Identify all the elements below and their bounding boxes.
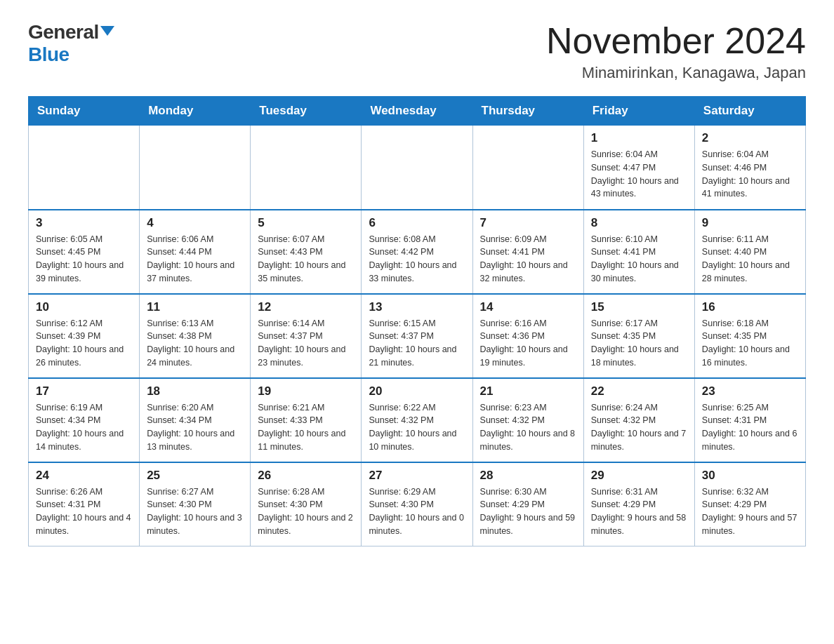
- week-row-4: 17Sunrise: 6:19 AMSunset: 4:34 PMDayligh…: [29, 378, 806, 462]
- day-info: Sunrise: 6:28 AMSunset: 4:30 PMDaylight:…: [258, 485, 354, 538]
- calendar-cell: 8Sunrise: 6:10 AMSunset: 4:41 PMDaylight…: [583, 210, 694, 294]
- calendar-cell: 9Sunrise: 6:11 AMSunset: 4:40 PMDaylight…: [694, 210, 805, 294]
- day-info: Sunrise: 6:17 AMSunset: 4:35 PMDaylight:…: [591, 317, 687, 370]
- calendar-cell: 11Sunrise: 6:13 AMSunset: 4:38 PMDayligh…: [140, 294, 251, 378]
- day-info: Sunrise: 6:31 AMSunset: 4:29 PMDaylight:…: [591, 485, 687, 538]
- weekday-header-saturday: Saturday: [694, 97, 805, 126]
- week-row-5: 24Sunrise: 6:26 AMSunset: 4:31 PMDayligh…: [29, 462, 806, 546]
- calendar-cell: 29Sunrise: 6:31 AMSunset: 4:29 PMDayligh…: [583, 462, 694, 546]
- calendar-cell: [29, 126, 140, 210]
- day-info: Sunrise: 6:25 AMSunset: 4:31 PMDaylight:…: [702, 401, 798, 454]
- day-number: 5: [258, 216, 354, 230]
- week-row-2: 3Sunrise: 6:05 AMSunset: 4:45 PMDaylight…: [29, 210, 806, 294]
- calendar-cell: 28Sunrise: 6:30 AMSunset: 4:29 PMDayligh…: [472, 462, 583, 546]
- day-number: 27: [369, 469, 465, 483]
- day-number: 20: [369, 384, 465, 398]
- month-title: November 2024: [546, 21, 806, 61]
- day-number: 15: [591, 300, 687, 314]
- calendar-cell: 23Sunrise: 6:25 AMSunset: 4:31 PMDayligh…: [694, 378, 805, 462]
- day-info: Sunrise: 6:21 AMSunset: 4:33 PMDaylight:…: [258, 401, 354, 454]
- weekday-header-sunday: Sunday: [29, 97, 140, 126]
- day-number: 17: [36, 384, 132, 398]
- day-number: 8: [591, 216, 687, 230]
- day-info: Sunrise: 6:32 AMSunset: 4:29 PMDaylight:…: [702, 485, 798, 538]
- logo: General Blue: [28, 21, 114, 66]
- page-header: General Blue November 2024 Minamirinkan,…: [28, 21, 806, 82]
- calendar-cell: 1Sunrise: 6:04 AMSunset: 4:47 PMDaylight…: [583, 126, 694, 210]
- calendar-cell: [362, 126, 472, 210]
- calendar-cell: 16Sunrise: 6:18 AMSunset: 4:35 PMDayligh…: [694, 294, 805, 378]
- day-info: Sunrise: 6:22 AMSunset: 4:32 PMDaylight:…: [369, 401, 465, 454]
- calendar-cell: 21Sunrise: 6:23 AMSunset: 4:32 PMDayligh…: [472, 378, 583, 462]
- day-number: 22: [591, 384, 687, 398]
- day-number: 12: [258, 300, 354, 314]
- week-row-3: 10Sunrise: 6:12 AMSunset: 4:39 PMDayligh…: [29, 294, 806, 378]
- calendar-cell: 13Sunrise: 6:15 AMSunset: 4:37 PMDayligh…: [362, 294, 472, 378]
- day-number: 6: [369, 216, 465, 230]
- day-number: 19: [258, 384, 354, 398]
- calendar-cell: 15Sunrise: 6:17 AMSunset: 4:35 PMDayligh…: [583, 294, 694, 378]
- day-info: Sunrise: 6:23 AMSunset: 4:32 PMDaylight:…: [480, 401, 576, 454]
- calendar-cell: 27Sunrise: 6:29 AMSunset: 4:30 PMDayligh…: [362, 462, 472, 546]
- day-info: Sunrise: 6:29 AMSunset: 4:30 PMDaylight:…: [369, 485, 465, 538]
- day-number: 3: [36, 216, 132, 230]
- day-number: 29: [591, 469, 687, 483]
- day-number: 9: [702, 216, 798, 230]
- day-number: 1: [591, 131, 687, 145]
- day-info: Sunrise: 6:05 AMSunset: 4:45 PMDaylight:…: [36, 233, 132, 286]
- calendar-cell: [140, 126, 251, 210]
- calendar-cell: [472, 126, 583, 210]
- day-number: 16: [702, 300, 798, 314]
- day-info: Sunrise: 6:14 AMSunset: 4:37 PMDaylight:…: [258, 317, 354, 370]
- calendar-cell: 17Sunrise: 6:19 AMSunset: 4:34 PMDayligh…: [29, 378, 140, 462]
- title-section: November 2024 Minamirinkan, Kanagawa, Ja…: [546, 21, 806, 82]
- weekday-header-row: SundayMondayTuesdayWednesdayThursdayFrid…: [29, 97, 806, 126]
- calendar-cell: 2Sunrise: 6:04 AMSunset: 4:46 PMDaylight…: [694, 126, 805, 210]
- day-info: Sunrise: 6:20 AMSunset: 4:34 PMDaylight:…: [147, 401, 243, 454]
- day-info: Sunrise: 6:04 AMSunset: 4:47 PMDaylight:…: [591, 148, 687, 201]
- logo-blue-text: Blue: [28, 43, 70, 65]
- logo-triangle-icon: [100, 26, 114, 36]
- day-info: Sunrise: 6:26 AMSunset: 4:31 PMDaylight:…: [36, 485, 132, 538]
- calendar-cell: 24Sunrise: 6:26 AMSunset: 4:31 PMDayligh…: [29, 462, 140, 546]
- calendar-cell: 14Sunrise: 6:16 AMSunset: 4:36 PMDayligh…: [472, 294, 583, 378]
- day-info: Sunrise: 6:12 AMSunset: 4:39 PMDaylight:…: [36, 317, 132, 370]
- day-number: 13: [369, 300, 465, 314]
- day-number: 18: [147, 384, 243, 398]
- calendar-cell: 5Sunrise: 6:07 AMSunset: 4:43 PMDaylight…: [251, 210, 362, 294]
- calendar-cell: 4Sunrise: 6:06 AMSunset: 4:44 PMDaylight…: [140, 210, 251, 294]
- calendar-cell: 20Sunrise: 6:22 AMSunset: 4:32 PMDayligh…: [362, 378, 472, 462]
- day-number: 11: [147, 300, 243, 314]
- calendar-cell: 12Sunrise: 6:14 AMSunset: 4:37 PMDayligh…: [251, 294, 362, 378]
- day-number: 14: [480, 300, 576, 314]
- location-text: Minamirinkan, Kanagawa, Japan: [546, 64, 806, 82]
- day-info: Sunrise: 6:11 AMSunset: 4:40 PMDaylight:…: [702, 233, 798, 286]
- day-number: 28: [480, 469, 576, 483]
- day-info: Sunrise: 6:13 AMSunset: 4:38 PMDaylight:…: [147, 317, 243, 370]
- calendar-cell: 6Sunrise: 6:08 AMSunset: 4:42 PMDaylight…: [362, 210, 472, 294]
- day-number: 21: [480, 384, 576, 398]
- day-info: Sunrise: 6:24 AMSunset: 4:32 PMDaylight:…: [591, 401, 687, 454]
- calendar-cell: 10Sunrise: 6:12 AMSunset: 4:39 PMDayligh…: [29, 294, 140, 378]
- day-number: 23: [702, 384, 798, 398]
- day-info: Sunrise: 6:06 AMSunset: 4:44 PMDaylight:…: [147, 233, 243, 286]
- day-number: 2: [702, 131, 798, 145]
- day-info: Sunrise: 6:08 AMSunset: 4:42 PMDaylight:…: [369, 233, 465, 286]
- week-row-1: 1Sunrise: 6:04 AMSunset: 4:47 PMDaylight…: [29, 126, 806, 210]
- weekday-header-monday: Monday: [140, 97, 251, 126]
- calendar-cell: [251, 126, 362, 210]
- weekday-header-thursday: Thursday: [472, 97, 583, 126]
- day-info: Sunrise: 6:09 AMSunset: 4:41 PMDaylight:…: [480, 233, 576, 286]
- day-number: 26: [258, 469, 354, 483]
- calendar-cell: 7Sunrise: 6:09 AMSunset: 4:41 PMDaylight…: [472, 210, 583, 294]
- day-info: Sunrise: 6:16 AMSunset: 4:36 PMDaylight:…: [480, 317, 576, 370]
- day-info: Sunrise: 6:04 AMSunset: 4:46 PMDaylight:…: [702, 148, 798, 201]
- calendar-cell: 30Sunrise: 6:32 AMSunset: 4:29 PMDayligh…: [694, 462, 805, 546]
- day-info: Sunrise: 6:15 AMSunset: 4:37 PMDaylight:…: [369, 317, 465, 370]
- day-info: Sunrise: 6:27 AMSunset: 4:30 PMDaylight:…: [147, 485, 243, 538]
- calendar-cell: 3Sunrise: 6:05 AMSunset: 4:45 PMDaylight…: [29, 210, 140, 294]
- day-info: Sunrise: 6:07 AMSunset: 4:43 PMDaylight:…: [258, 233, 354, 286]
- calendar-cell: 18Sunrise: 6:20 AMSunset: 4:34 PMDayligh…: [140, 378, 251, 462]
- calendar-cell: 22Sunrise: 6:24 AMSunset: 4:32 PMDayligh…: [583, 378, 694, 462]
- day-info: Sunrise: 6:19 AMSunset: 4:34 PMDaylight:…: [36, 401, 132, 454]
